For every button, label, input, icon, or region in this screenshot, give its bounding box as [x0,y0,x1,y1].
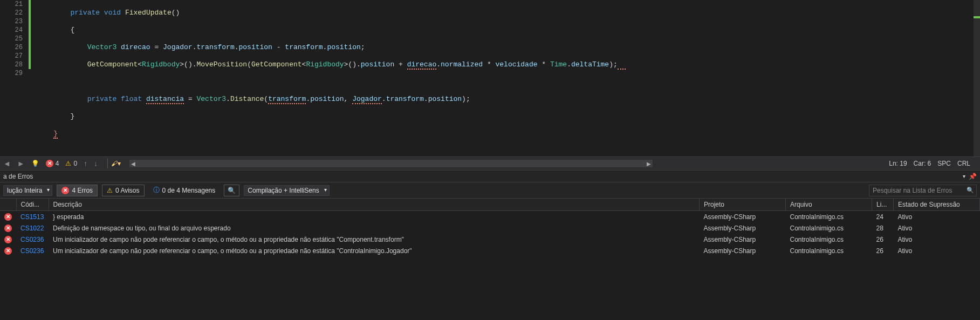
error-description: Um inicializador de campo não pode refer… [49,234,700,245]
col-header-line[interactable]: Li... [872,199,894,211]
error-state: Ativo [894,245,980,256]
error-project: Assembly-CSharp [700,222,786,234]
col-header-description[interactable]: Descrição [49,199,700,211]
error-code: CS1513 [16,211,49,223]
vertical-scrollbar[interactable] [974,0,980,156]
table-row[interactable]: ✕CS1513} esperadaAssembly-CSharpControla… [0,211,980,223]
error-state: Ativo [894,211,980,223]
error-code: CS0236 [16,245,49,256]
error-code: CS1022 [16,222,49,234]
error-list-toolbar: lução Inteira ✕4 Erros ⚠0 Avisos ⓘ0 de 4… [0,182,980,199]
error-code: CS0236 [16,234,49,245]
error-icon: ✕ [4,224,12,232]
col-header-suppression[interactable]: Estado de Supressão [894,199,980,211]
warnings-filter-button[interactable]: ⚠0 Avisos [102,185,144,196]
search-error-list-input[interactable]: Pesquisar na Lista de Erros [869,185,977,196]
error-line: 28 [872,222,894,234]
error-state: Ativo [894,222,980,234]
code-content[interactable]: private void FixedUpdate() { Vector3 dir… [35,0,974,156]
build-intellisense-dropdown[interactable]: Compilação + IntelliSens [244,185,329,196]
error-project: Assembly-CSharp [700,211,786,223]
table-header-row: Códi... Descrição Projeto Arquivo Li... … [0,199,980,211]
error-icon: ✕ [4,213,12,221]
messages-filter-button[interactable]: ⓘ0 de 4 Mensagens [149,184,220,196]
error-icon: ✕ [4,236,12,243]
error-file: ControlaInimigo.cs [786,245,872,256]
error-file: ControlaInimigo.cs [786,211,872,223]
error-file: ControlaInimigo.cs [786,234,872,245]
change-markers [27,0,35,156]
col-header-file[interactable]: Arquivo [786,199,872,211]
filter-icon-button[interactable]: 🔍 [224,185,239,196]
code-editor[interactable]: 21 22 23 24 25 26 27 28 29 private void … [0,0,980,156]
error-icon: ✕ [4,247,12,255]
nav-forward-icon[interactable]: ► [17,159,25,168]
col-header-code[interactable]: Códi... [16,199,49,211]
pin-icon[interactable]: 📌 [969,173,977,180]
line-gutter: 21 22 23 24 25 26 27 28 29 [0,0,27,156]
col-header-project[interactable]: Projeto [700,199,786,211]
horizontal-scrollbar[interactable]: ◀ ▶ [129,160,653,167]
errors-filter-button[interactable]: ✕4 Erros [57,185,98,196]
error-line: 26 [872,245,894,256]
panel-title: a de Erros [3,173,33,180]
error-line: 26 [872,234,894,245]
error-description: } esperada [49,211,700,223]
error-project: Assembly-CSharp [700,234,786,245]
error-project: Assembly-CSharp [700,245,786,256]
nav-back-icon[interactable]: ◄ [3,159,11,168]
panel-options-icon[interactable]: ▾ [963,173,965,179]
error-line: 24 [872,211,894,223]
scope-dropdown[interactable]: lução Inteira [3,185,52,196]
error-description: Um inicializador de campo não pode refer… [49,245,700,256]
error-list-table[interactable]: Códi... Descrição Projeto Arquivo Li... … [0,199,980,320]
table-row[interactable]: ✕CS0236Um inicializador de campo não pod… [0,245,980,256]
error-file: ControlaInimigo.cs [786,222,872,234]
error-description: Definição de namespace ou tipo, ou final… [49,222,700,234]
table-row[interactable]: ✕CS1022Definição de namespace ou tipo, o… [0,222,980,234]
error-state: Ativo [894,234,980,245]
table-row[interactable]: ✕CS0236Um inicializador de campo não pod… [0,234,980,245]
